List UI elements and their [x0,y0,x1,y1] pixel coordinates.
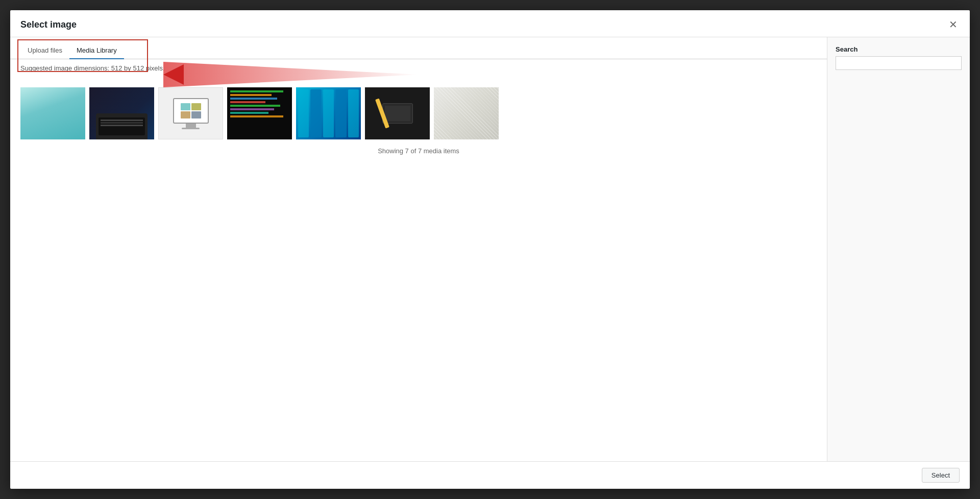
modal-header: Select image ✕ [10,10,970,37]
media-count-text: Showing 7 of 7 media items [20,139,817,162]
modal-close-button[interactable]: ✕ [947,17,960,32]
list-item[interactable] [89,87,154,139]
suggestion-text: Suggested image dimensions: 512 by 512 p… [20,64,165,72]
tabs-row: Upload files Media Library [10,37,827,59]
list-item[interactable] [365,87,430,139]
search-label: Search [836,45,962,53]
list-item[interactable] [434,87,499,139]
search-input[interactable] [836,56,962,70]
list-item[interactable] [20,87,85,139]
tab-media-library[interactable]: Media Library [69,42,124,59]
list-item[interactable] [158,87,223,139]
modal-title: Select image [20,19,77,30]
modal-body: Upload files Media Library Suggested ima… [10,37,970,461]
select-image-modal: Select image ✕ Upload files Media Librar… [10,10,970,489]
list-item[interactable] [227,87,292,139]
media-grid [20,87,817,139]
list-item[interactable] [296,87,361,139]
tab-upload-files[interactable]: Upload files [20,42,69,59]
modal-sidebar: Search [827,37,970,461]
suggestion-text-row: Suggested image dimensions: 512 by 512 p… [10,59,827,77]
modal-main: Upload files Media Library Suggested ima… [10,37,827,461]
media-content-area: Showing 7 of 7 media items [10,77,827,461]
select-button[interactable]: Select [922,468,960,483]
modal-footer: Select [10,461,970,489]
